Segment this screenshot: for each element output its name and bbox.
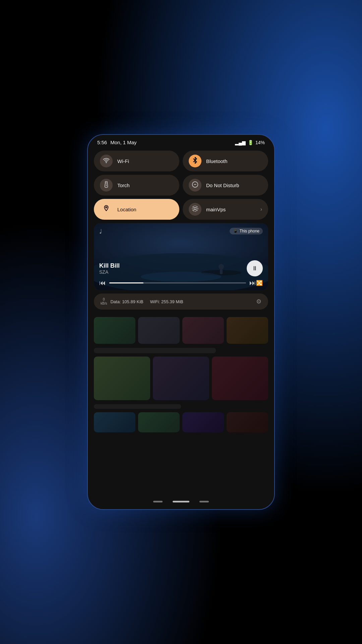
bluetooth-label: Bluetooth <box>206 158 227 164</box>
qs-panel: Wi-Fi Bluetooth <box>88 148 274 317</box>
svg-point-5 <box>106 207 107 208</box>
torch-icon-wrap <box>100 179 113 192</box>
location-icon <box>103 205 110 214</box>
net-speed-value: 0 <box>103 298 105 301</box>
location-tile[interactable]: Location <box>94 199 179 220</box>
music-note-icon: ♩ <box>99 228 102 235</box>
blurred-thumb-5 <box>94 412 135 432</box>
device-icon: 📱 <box>233 229 238 233</box>
pause-button[interactable]: ⏸ <box>247 260 263 276</box>
nav-bar <box>153 501 209 502</box>
bluetooth-icon-wrap <box>189 155 201 167</box>
network-stats-bar: 0 kB/s Data: 105.89 KiB WiFi: 255.39 MiB… <box>94 293 268 310</box>
prev-button[interactable]: ⏮ <box>99 279 106 287</box>
blurred-row-large <box>94 357 268 400</box>
blurred-row-1 <box>94 317 268 344</box>
blurred-thumb-7 <box>182 412 224 432</box>
nav-back[interactable] <box>153 501 163 502</box>
media-title: Kill Bill <box>99 262 247 269</box>
blurred-text-2 <box>94 404 181 409</box>
media-info-row: Kill Bill SZA ⏸ <box>99 260 263 276</box>
status-time: 5:56 <box>97 140 107 145</box>
status-right: ▂▄▆ 🔋 14% <box>235 140 265 145</box>
net-wifi-label: WiFi: 255.39 MiB <box>150 299 183 304</box>
battery-icon: 🔋 <box>248 140 253 145</box>
net-speed-unit: kB/s <box>101 302 107 305</box>
blurred-thumb-3 <box>182 317 224 344</box>
net-data-label: Data: 105.89 KiB <box>110 299 143 304</box>
blurred-thumb-2 <box>138 317 180 344</box>
bluetooth-icon <box>192 157 198 165</box>
next-button[interactable]: ⏭ <box>249 279 256 287</box>
svg-rect-1 <box>105 181 107 183</box>
wifi-label: Wi-Fi <box>117 158 129 164</box>
progress-bar[interactable] <box>109 282 246 283</box>
pause-icon: ⏸ <box>252 265 258 272</box>
signal-icon: ▂▄▆ <box>235 140 246 145</box>
torch-label: Torch <box>117 182 130 188</box>
phone-frame: 5:56 Mon, 1 May ▂▄▆ 🔋 14% <box>87 134 275 510</box>
net-speed-label: 0 kB/s <box>101 298 107 306</box>
media-text: Kill Bill SZA <box>99 262 247 275</box>
tiles-grid: Wi-Fi Bluetooth <box>94 151 268 220</box>
wifi-icon-wrap <box>100 155 113 167</box>
media-controls: ⏮ ⏭ 🔀 <box>99 279 263 287</box>
blurred-thumb-large-2 <box>153 357 209 400</box>
vpn-tile[interactable]: mainVps › <box>183 199 268 220</box>
blurred-thumb-large-3 <box>212 357 268 400</box>
media-player: ♩ 📱 This phone Kill Bill SZA ⏸ <box>94 223 268 290</box>
wifi-icon <box>103 157 110 165</box>
location-label: Location <box>117 207 136 212</box>
media-top-row: ♩ 📱 This phone <box>99 228 263 235</box>
background-content <box>88 317 274 432</box>
blurred-row-2 <box>94 412 268 432</box>
net-left: 0 kB/s Data: 105.89 KiB WiFi: 255.39 MiB <box>101 298 183 306</box>
bluetooth-tile[interactable]: Bluetooth <box>183 151 268 171</box>
wifi-tile[interactable]: Wi-Fi <box>94 151 179 171</box>
vpn-arrow-icon: › <box>260 206 262 212</box>
vpn-icon <box>192 205 198 214</box>
blurred-thumb-large-1 <box>94 357 150 400</box>
status-date: Mon, 1 May <box>110 140 136 145</box>
nav-home[interactable] <box>173 501 189 502</box>
shuffle-button[interactable]: 🔀 <box>256 280 263 286</box>
blurred-thumb-1 <box>94 317 135 344</box>
media-artist: SZA <box>99 269 247 275</box>
device-label: This phone <box>240 229 259 233</box>
battery-percent: 14% <box>255 140 265 145</box>
blurred-thumb-6 <box>138 412 180 432</box>
torch-tile[interactable]: Torch <box>94 175 179 196</box>
nav-recents[interactable] <box>199 501 209 502</box>
torch-icon <box>103 181 109 190</box>
blurred-text-1 <box>94 348 216 353</box>
svg-point-0 <box>106 162 107 163</box>
device-badge[interactable]: 📱 This phone <box>230 228 263 234</box>
status-bar: 5:56 Mon, 1 May ▂▄▆ 🔋 14% <box>88 135 274 148</box>
svg-point-6 <box>194 207 196 210</box>
blurred-thumb-4 <box>227 317 268 344</box>
location-icon-wrap <box>100 203 113 216</box>
dnd-icon-wrap <box>189 179 201 192</box>
vpn-icon-wrap <box>189 203 201 216</box>
dnd-label: Do Not Disturb <box>206 182 239 188</box>
network-settings-icon[interactable]: ⚙ <box>256 298 261 305</box>
media-content: ♩ 📱 This phone Kill Bill SZA ⏸ <box>94 223 268 290</box>
vpn-label: mainVps <box>206 207 226 212</box>
progress-fill <box>109 282 143 283</box>
blurred-thumb-8 <box>227 412 268 432</box>
dnd-tile[interactable]: Do Not Disturb <box>183 175 268 196</box>
dnd-icon <box>192 181 198 190</box>
